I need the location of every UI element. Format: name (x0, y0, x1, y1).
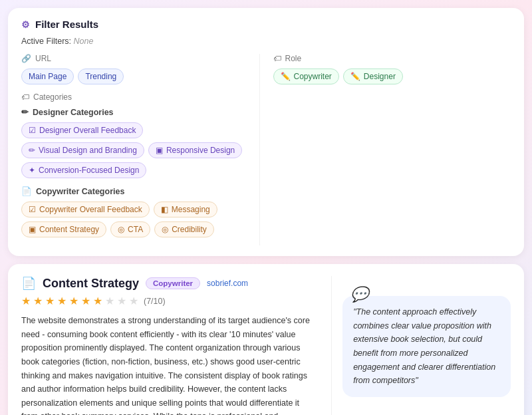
active-filters-value: None (74, 37, 94, 46)
tag-copywriter-role[interactable]: ✏️ Copywriter (273, 69, 339, 84)
filter-col-left: 🔗 URL Main Page Trending 🏷 Categories ✏ … (21, 54, 259, 245)
tag-responsive[interactable]: ▣ Responsive Design (148, 142, 242, 158)
filter-icon: ⚙ (21, 19, 30, 30)
card-left: 📄 Content Strategy Copywriter sobrief.co… (21, 276, 318, 415)
tag-visual-design-label: Visual Design and Branding (39, 146, 137, 155)
tag-designer-overall[interactable]: ☑ Designer Overall Feedback (21, 122, 143, 138)
card-site-badge: sobrief.com (207, 279, 248, 288)
rating-text: (7/10) (144, 297, 166, 306)
tag-conversion-label: Conversion-Focused Design (39, 166, 139, 175)
designer-tags-row: ☑ Designer Overall Feedback ✏ Visual Des… (21, 122, 259, 178)
tag-content-strategy[interactable]: ▣ Content Strategy (21, 221, 106, 237)
star-7: ★ (93, 295, 102, 307)
role-label: Role (285, 54, 302, 63)
tag-content-strategy-label: Content Strategy (39, 225, 99, 234)
tag-conversion[interactable]: ✦ Conversion-Focused Design (21, 162, 146, 178)
star-4: ★ (57, 295, 66, 307)
filter-title-text: Filter Results (35, 19, 98, 30)
categories-label: Categories (33, 92, 72, 102)
filter-panel: ⚙ Filter Results Active Filters: None 🔗 … (8, 8, 524, 256)
star-9: ★ (117, 295, 126, 307)
stars-row: ★ ★ ★ ★ ★ ★ ★ ★ ★ ★ (7/10) (21, 295, 318, 307)
categories-section-label: 🏷 Categories (21, 92, 259, 102)
tag-copywriter-overall-label: Copywriter Overall Feedback (39, 205, 142, 214)
role-tags-row: ✏️ Copywriter ✏️ Designer (273, 69, 511, 84)
copywriter-role-icon: ✏️ (281, 72, 291, 81)
designer-role-icon: ✏️ (350, 72, 360, 81)
star-6: ★ (81, 295, 90, 307)
messaging-icon: ◧ (161, 205, 168, 214)
filter-col-right: 🏷 Role ✏️ Copywriter ✏️ Designer (259, 54, 511, 245)
star-8: ★ (105, 295, 114, 307)
active-filters-label: Active Filters: (21, 37, 71, 46)
responsive-icon: ▣ (156, 146, 163, 155)
tag-trending[interactable]: Trending (78, 69, 124, 84)
tag-messaging-label: Messaging (172, 205, 210, 214)
tag-designer-role-label: Designer (364, 72, 396, 81)
card-title: Content Strategy (43, 277, 139, 291)
designer-overall-icon: ☑ (29, 126, 36, 135)
link-icon: 🔗 (21, 54, 31, 63)
copywriter-categories-label: 📄 Copywriter Categories (21, 186, 259, 196)
tag-visual-design[interactable]: ✏ Visual Design and Branding (21, 142, 144, 158)
card-copywriter-badge: Copywriter (146, 277, 200, 289)
tag-credibility[interactable]: ◎ Credibility (154, 221, 214, 237)
content-card: 📄 Content Strategy Copywriter sobrief.co… (8, 264, 524, 415)
card-header: 📄 Content Strategy Copywriter sobrief.co… (21, 276, 318, 291)
card-right: 💬 "The content approach effectively comb… (331, 276, 511, 415)
copywriter-doc-icon: 📄 (21, 186, 32, 196)
visual-design-icon: ✏ (29, 146, 35, 155)
star-3: ★ (45, 295, 55, 307)
copywriter-overall-icon: ☑ (29, 205, 36, 214)
url-section-label: 🔗 URL (21, 54, 259, 63)
content-strategy-icon: ▣ (29, 225, 36, 234)
copywriter-tags-row: ☑ Copywriter Overall Feedback ◧ Messagin… (21, 202, 259, 237)
quote-bubble: 💬 "The content approach effectively comb… (342, 296, 511, 397)
tag-main-page[interactable]: Main Page (21, 69, 74, 84)
role-icon: 🏷 (273, 54, 281, 63)
active-filters-row: Active Filters: None (21, 37, 511, 46)
star-1: ★ (21, 295, 31, 307)
designer-edit-icon: ✏ (21, 107, 29, 117)
filter-title: ⚙ Filter Results (21, 19, 511, 30)
tag-cta-label: CTA (128, 225, 143, 234)
tag-trending-label: Trending (85, 72, 116, 81)
url-label: URL (35, 54, 51, 63)
tag-credibility-label: Credibility (172, 225, 207, 234)
tag-designer-role[interactable]: ✏️ Designer (343, 69, 403, 84)
role-section-label: 🏷 Role (273, 54, 511, 63)
tag-cta[interactable]: ◎ CTA (110, 221, 150, 237)
star-10: ★ (129, 295, 138, 307)
designer-categories-label: ✏ Designer Categories (21, 107, 259, 117)
filter-columns: 🔗 URL Main Page Trending 🏷 Categories ✏ … (21, 54, 511, 245)
conversion-icon: ✦ (29, 166, 35, 175)
star-5: ★ (69, 295, 78, 307)
tag-messaging[interactable]: ◧ Messaging (154, 202, 217, 217)
categories-icon: 🏷 (21, 92, 29, 102)
tag-copywriter-role-label: Copywriter (294, 72, 332, 81)
tag-designer-overall-label: Designer Overall Feedback (39, 126, 136, 135)
tag-copywriter-overall[interactable]: ☑ Copywriter Overall Feedback (21, 202, 150, 217)
tag-main-page-label: Main Page (29, 72, 66, 81)
tag-responsive-label: Responsive Design (166, 146, 235, 155)
quote-icon: 💬 (350, 283, 368, 307)
card-doc-icon: 📄 (21, 276, 36, 291)
card-body: The website demonstrates a strong unders… (21, 314, 318, 415)
url-tags-row: Main Page Trending (21, 69, 259, 84)
quote-text: "The content approach effectively combin… (353, 307, 495, 385)
credibility-icon: ◎ (162, 225, 168, 234)
star-2: ★ (33, 295, 43, 307)
cta-icon: ◎ (118, 225, 124, 234)
